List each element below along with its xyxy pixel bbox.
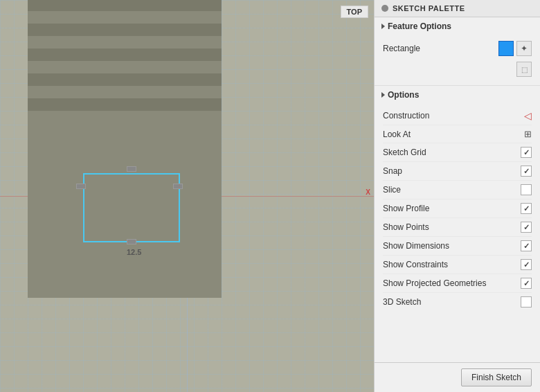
option-row-snap: Snap xyxy=(383,162,532,181)
option-label-show-projected: Show Projected Geometries xyxy=(383,278,486,288)
feature-options-content: Rectangle ✦ ⬚ xyxy=(375,35,540,86)
corner-marker xyxy=(173,184,183,189)
axis-x-label: X xyxy=(366,188,370,196)
checkbox-slice[interactable] xyxy=(521,184,532,195)
option-row-3d-sketch: 3D Sketch xyxy=(383,293,532,311)
option-label-3d-sketch: 3D Sketch xyxy=(383,297,421,307)
option-row-show-dimensions: Show Dimensions xyxy=(383,237,532,256)
object-top xyxy=(28,0,222,111)
option-label-show-points: Show Points xyxy=(383,222,429,232)
checkbox-show-constraints[interactable] xyxy=(521,259,532,270)
corner-marker xyxy=(127,239,136,244)
option-label-snap: Snap xyxy=(383,166,402,176)
view-label: TOP xyxy=(341,6,368,18)
option-row-lookat: Look At ⊞ xyxy=(383,125,532,143)
sketch-rectangle[interactable] xyxy=(83,173,180,242)
option-row-show-points: Show Points xyxy=(383,218,532,237)
panel-header-icon xyxy=(381,5,388,12)
sketch-palette-panel: SKETCH PALETTE Feature Options Rectangle… xyxy=(374,0,540,392)
checkbox-show-profile[interactable] xyxy=(521,203,532,214)
construction-icon[interactable]: ◁ xyxy=(524,110,532,121)
rect-icon-row: ⬚ xyxy=(383,59,532,80)
option-row-slice: Slice xyxy=(383,181,532,199)
panel-header: SKETCH PALETTE xyxy=(375,0,540,17)
options-triangle-icon xyxy=(381,92,385,98)
option-row-show-constraints: Show Constraints xyxy=(383,256,532,274)
option-row-sketch-grid: Sketch Grid xyxy=(383,143,532,162)
viewport[interactable]: Y X TOP 12.5 xyxy=(0,0,374,392)
option-label-show-dimensions: Show Dimensions xyxy=(383,241,449,251)
rect-mode-icon-button[interactable]: ⬚ xyxy=(516,62,532,77)
finish-sketch-button[interactable]: Finish Sketch xyxy=(461,368,532,386)
checkbox-sketch-grid[interactable] xyxy=(521,147,532,158)
checkbox-show-dimensions[interactable] xyxy=(521,240,532,251)
options-header[interactable]: Options xyxy=(375,86,540,104)
corner-marker xyxy=(127,166,136,172)
rectangle-label: Rectangle xyxy=(383,44,420,53)
rectangle-controls: ✦ xyxy=(498,41,532,56)
section-triangle-icon xyxy=(381,24,385,29)
option-label-show-profile: Show Profile xyxy=(383,204,429,213)
rectangle-row: Rectangle ✦ xyxy=(383,38,532,59)
option-label-sketch-grid: Sketch Grid xyxy=(383,148,426,157)
lookat-icon[interactable]: ⊞ xyxy=(524,129,532,139)
feature-options-header[interactable]: Feature Options xyxy=(375,17,540,35)
option-row-show-projected: Show Projected Geometries xyxy=(383,274,532,293)
sparkle-icon-button[interactable]: ✦ xyxy=(516,41,532,56)
corner-marker xyxy=(76,184,86,189)
color-swatch-button[interactable] xyxy=(498,41,514,56)
panel-header-title: SKETCH PALETTE xyxy=(393,4,465,12)
checkbox-show-projected[interactable] xyxy=(521,278,532,289)
option-label-construction: Construction xyxy=(383,111,429,121)
option-label-slice: Slice xyxy=(383,185,401,195)
options-label: Options xyxy=(388,90,419,100)
option-label-lookat: Look At xyxy=(383,130,411,139)
options-content: Construction ◁ Look At ⊞ Sketch Grid Sna… xyxy=(375,104,540,317)
option-row-show-profile: Show Profile xyxy=(383,199,532,218)
checkbox-show-points[interactable] xyxy=(521,222,532,233)
dimension-label: 12.5 xyxy=(127,248,141,256)
finish-button-container: Finish Sketch xyxy=(375,362,540,392)
object-stripes xyxy=(28,0,222,111)
feature-options-label: Feature Options xyxy=(388,21,451,31)
option-row-construction: Construction ◁ xyxy=(383,107,532,125)
option-label-show-constraints: Show Constraints xyxy=(383,260,448,269)
checkbox-snap[interactable] xyxy=(521,166,532,177)
checkbox-3d-sketch[interactable] xyxy=(521,296,532,308)
